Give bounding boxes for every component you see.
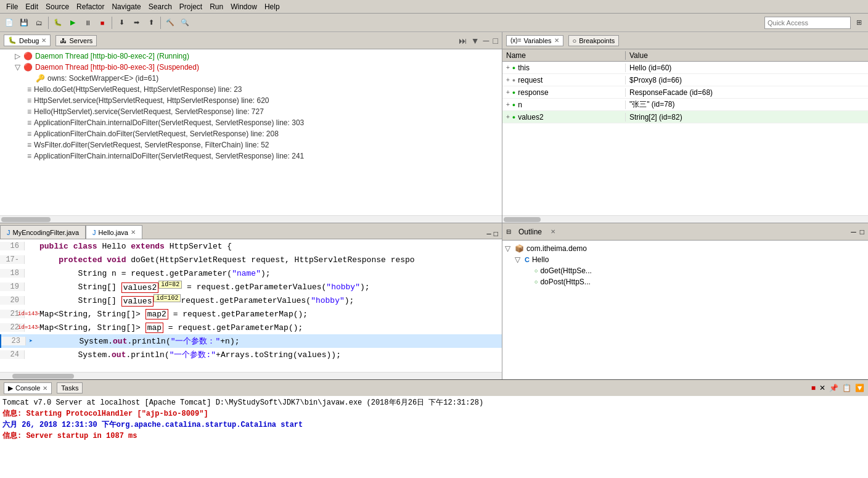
tab-myencodingfilter[interactable]: J MyEncodingFilter.java (0, 225, 86, 239)
breakpoints-tab[interactable]: ○ Breakpoints (568, 35, 620, 46)
outline-minimize[interactable]: ─ (851, 228, 856, 236)
toolbar-stop[interactable]: ■ (96, 16, 109, 30)
stack-appfilter1[interactable]: ≡ ApplicationFilterChain.internalDoFilte… (25, 117, 502, 128)
stop-icon[interactable]: ■ (811, 384, 816, 392)
method-icon-1: ○ (534, 268, 538, 274)
console-line-3: 六月 26, 2018 12:31:30 下午org.apache.catali… (2, 419, 866, 431)
menu-project[interactable]: Project (176, 1, 206, 12)
toolbar-save-all[interactable]: 🗂 (32, 16, 46, 30)
console-clear[interactable]: ✕ (819, 384, 825, 392)
console-close[interactable]: ✕ (43, 385, 47, 392)
console-copy[interactable]: 📋 (842, 384, 851, 392)
var-row-this[interactable]: + ● this Hello (id=60) (502, 62, 868, 74)
editor-hscroll[interactable] (0, 372, 502, 379)
debug-tab[interactable]: 🐛 Debug ✕ (4, 35, 51, 46)
stack-text-8: ApplicationFilterChain.internalDoFilter(… (34, 152, 304, 160)
debug-maximize-icon[interactable]: □ (493, 36, 498, 46)
menu-navigate[interactable]: Navigate (108, 1, 144, 12)
console-pin[interactable]: 📌 (829, 384, 838, 392)
line-code-24: System.out.println("一个参数:"+Arrays.toStri… (35, 349, 341, 360)
minimize-icon[interactable]: ─ (487, 230, 491, 239)
debug-close[interactable]: ✕ (41, 37, 46, 44)
debug-dropdown-icon[interactable]: ▼ (471, 36, 480, 46)
toolbar-search[interactable]: 🔍 (178, 16, 192, 30)
maximize-icon[interactable]: □ (494, 230, 498, 239)
var-row-request[interactable]: + ● request $Proxy8 (id=66) (502, 74, 868, 86)
debug-skip-icon[interactable]: ⏭ (459, 36, 467, 46)
variables-header: Name Value (502, 49, 868, 62)
outline-doget[interactable]: ○ doGet(HttpSe... (505, 265, 866, 276)
outline-class[interactable]: ▽ C Hello (505, 254, 866, 265)
console-tab-label: Console (15, 384, 40, 392)
outline-package[interactable]: ▽ 📦 com.itheima.demo (505, 243, 866, 254)
outline-expand-2[interactable]: ▽ (515, 255, 522, 264)
line-marker-22: id=143 ← (25, 324, 35, 331)
toolbar-run[interactable]: ▶ (66, 16, 80, 30)
menu-file[interactable]: File (2, 1, 22, 12)
outline-maximize[interactable]: □ (860, 228, 864, 236)
menu-run[interactable]: Run (206, 1, 227, 12)
servers-tab[interactable]: 🖧 Servers (55, 35, 97, 46)
console-filter[interactable]: 🔽 (855, 384, 864, 392)
menu-window[interactable]: Window (227, 1, 261, 12)
thread-running[interactable]: ▷ 🔴 Daemon Thread [http-bio-80-exec-2] (… (12, 51, 502, 62)
var-expand-request[interactable]: + (506, 76, 510, 83)
menu-edit[interactable]: Edit (22, 1, 42, 12)
quick-access-input[interactable] (764, 17, 851, 29)
stack-wsfilter[interactable]: ≡ WsFilter.doFilter(ServletRequest, Serv… (25, 139, 502, 150)
outline-close[interactable]: ✕ (551, 228, 555, 235)
var-name-this: + ● this (502, 64, 626, 72)
menu-search[interactable]: Search (145, 1, 176, 12)
toolbar-step-into[interactable]: ⬇ (115, 16, 128, 30)
toolbar-step-over[interactable]: ➡ (129, 16, 143, 30)
expand-icon[interactable]: ▷ (15, 52, 23, 60)
var-name-response: + ● response (502, 88, 626, 97)
expand-icon-2[interactable]: ▽ (15, 63, 23, 72)
var-col-name: Name (502, 51, 626, 60)
stack-owns[interactable]: 🔑 owns: SocketWrapper<E> (id=61) (25, 73, 502, 84)
toolbar-pause[interactable]: ⏸ (81, 16, 94, 30)
var-row-response[interactable]: + ● response ResponseFacade (id=68) (502, 86, 868, 99)
frame-icon-4: ≡ (27, 118, 31, 127)
console-tab[interactable]: ▶ Console ✕ (4, 382, 52, 394)
toolbar-save[interactable]: 💾 (17, 16, 31, 30)
tasks-tab[interactable]: Tasks (57, 382, 83, 394)
toolbar-build[interactable]: 🔨 (163, 16, 177, 30)
separator-3 (160, 17, 161, 29)
vars-hscroll[interactable] (502, 215, 868, 223)
outline-dopost[interactable]: ○ doPost(HttpS... (505, 276, 866, 287)
var-row-n[interactable]: + ● n "张三" (id=78) (502, 99, 868, 111)
console-icon: ▶ (8, 384, 13, 392)
menu-refactor[interactable]: Refactor (73, 1, 108, 12)
var-expand-values2[interactable]: + (506, 113, 510, 120)
code-line-20: 20 String[] valuesid=102request.getParam… (0, 294, 502, 307)
var-row-values2[interactable]: + ● values2 String[2] (id=82) (502, 111, 868, 123)
var-expand-this[interactable]: + (506, 64, 510, 71)
menu-source[interactable]: Source (42, 1, 73, 12)
toolbar-debug[interactable]: 🐛 (51, 16, 65, 30)
tab-hello[interactable]: J Hello.java ✕ (86, 225, 142, 239)
debug-minimize-icon[interactable]: ─ (483, 36, 489, 46)
debug-hscroll[interactable] (0, 215, 502, 223)
stack-appfilter3[interactable]: ≡ ApplicationFilterChain.internalDoFilte… (25, 150, 502, 162)
stack-httpservlet[interactable]: ≡ HttpServlet.service(HttpServletRequest… (25, 95, 502, 106)
variables-close[interactable]: ✕ (554, 37, 559, 44)
tab-close-2[interactable]: ✕ (131, 229, 136, 236)
vars-hscroll-thumb[interactable] (504, 217, 541, 222)
debug-hscroll-thumb[interactable] (1, 217, 51, 222)
outline-doget-text: doGet(HttpSe... (540, 266, 591, 275)
var-expand-n[interactable]: + (506, 101, 510, 108)
toolbar-step-return[interactable]: ⬆ (144, 16, 158, 30)
variables-tab[interactable]: (x)= Variables ✕ (506, 35, 563, 46)
toolbar-new[interactable]: 📄 (2, 16, 16, 30)
editor-hscroll-thumb[interactable] (12, 374, 74, 379)
var-expand-response[interactable]: + (506, 89, 510, 96)
outline-expand-1[interactable]: ▽ (505, 244, 512, 253)
thread-suspended[interactable]: ▽ 🔴 Daemon Thread [http-bio-80-exec-3] (… (12, 62, 502, 73)
menu-help[interactable]: Help (261, 1, 284, 12)
toolbar-perspective[interactable]: ⊞ (852, 16, 866, 30)
stack-hello-doget[interactable]: ≡ Hello.doGet(HttpServletRequest, HttpSe… (25, 84, 502, 95)
stack-appfilter2[interactable]: ≡ ApplicationFilterChain.doFilter(Servle… (25, 128, 502, 139)
console-line-4: 信息: Server startup in 1087 ms (2, 431, 866, 442)
stack-servlet[interactable]: ≡ Hello(HttpServlet).service(ServletRequ… (25, 106, 502, 117)
